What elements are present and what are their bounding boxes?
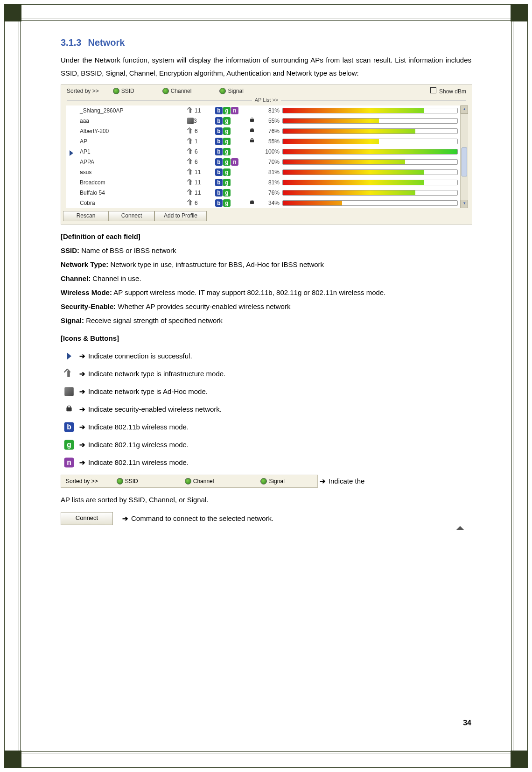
icon-desc-connect: Command to connect to the selected netwo…	[131, 513, 273, 524]
def-ssid-text: Name of BSS or IBSS network	[79, 246, 176, 254]
icon-desc-connection: Indicate connection is successful.	[88, 351, 192, 362]
ap-list: ▴ ▾ _Shiang_2860AP11bgn81%aaa3bg55%Alber…	[66, 105, 467, 208]
collapse-icon[interactable]	[456, 526, 464, 530]
connection-arrow-icon	[67, 352, 71, 360]
show-dbm-checkbox[interactable]: Show dBm	[430, 87, 466, 95]
arrow-icon: ➔	[122, 513, 128, 524]
def-wirelessmode-text: AP support wireless mode. IT may support…	[112, 288, 385, 296]
radio-icon	[162, 88, 169, 94]
icon-desc-g: Indicate 802.11g wireless mode.	[88, 439, 189, 450]
infrastructure-icon	[187, 200, 194, 206]
mode-b-icon: b	[215, 189, 223, 197]
scrollbar[interactable]: ▴ ▾	[460, 105, 468, 208]
sort-ssid-radio[interactable]: SSID	[113, 88, 134, 94]
lock-icon	[250, 138, 254, 144]
mode-b-icon: b	[215, 138, 223, 145]
icon-desc-security: Indicate security-enabled wireless netwo…	[88, 404, 222, 415]
infrastructure-icon	[187, 189, 194, 196]
mode-g-icon: g	[223, 127, 231, 135]
ap-row[interactable]: Cobra6bg34%	[66, 198, 467, 208]
radio-icon	[185, 478, 191, 484]
sort-channel-radio[interactable]: Channel	[162, 88, 192, 94]
mode-b-icon: b	[215, 158, 223, 166]
ap-row[interactable]: aaa3bg55%	[66, 116, 467, 126]
mode-n-icon: n	[231, 107, 238, 114]
def-signal-label: Signal:	[61, 316, 84, 324]
mode-b-icon: b	[64, 422, 74, 432]
def-security-label: Security-Enable:	[61, 302, 116, 310]
infrastructure-icon	[187, 107, 194, 114]
arrow-icon: ➔	[79, 351, 85, 362]
ap-list-panel: Sorted by >> SSID Channel Signal Show dB…	[61, 84, 472, 225]
mode-g-icon: g	[223, 138, 231, 145]
mode-b-icon: b	[215, 127, 223, 135]
def-wirelessmode-label: Wireless Mode:	[61, 288, 112, 296]
heading-title: Network	[88, 37, 125, 48]
connect-button-sample: Connect	[61, 512, 113, 525]
infrastructure-icon	[187, 148, 194, 155]
mode-g-icon: g	[223, 107, 231, 114]
lock-icon	[66, 406, 72, 414]
arrow-icon: ➔	[79, 368, 85, 379]
sort-strip: Sorted by >> SSID Channel Signal	[61, 475, 318, 488]
connect-button[interactable]: Connect	[109, 211, 154, 221]
infrastructure-icon	[187, 128, 194, 134]
adhoc-icon	[64, 387, 74, 396]
def-signal-text: Receive signal strength of specified net…	[84, 316, 223, 324]
ap-row[interactable]: asus11bg81%	[66, 167, 467, 177]
def-networktype-label: Network Type:	[61, 260, 108, 268]
add-to-profile-button[interactable]: Add to Profile	[154, 211, 207, 221]
icon-desc-b: Indicate 802.11b wireless mode.	[88, 421, 189, 433]
rescan-button[interactable]: Rescan	[63, 211, 109, 221]
icon-desc-n: Indicate 802.11n wireless mode.	[88, 457, 189, 468]
icon-desc-infra: Indicate network type is infrastructure …	[88, 368, 225, 379]
icon-desc-sort-post: AP lists are sorted by SSID, Channel, or…	[61, 494, 209, 505]
infrastructure-icon	[187, 169, 194, 175]
mode-b-icon: b	[215, 199, 223, 207]
scroll-down-icon[interactable]: ▾	[461, 200, 468, 208]
ap-row[interactable]: AlbertY-2006bg76%	[66, 126, 467, 136]
ap-row[interactable]: Broadcom11bg81%	[66, 177, 467, 188]
mode-b-icon: b	[215, 168, 223, 176]
mode-b-icon: b	[215, 148, 223, 155]
icon-desc-sort-pre: Indicate the	[329, 476, 365, 487]
defs-header: [Definition of each field]	[61, 232, 140, 240]
mode-g-icon: g	[64, 440, 74, 450]
lock-icon	[250, 128, 254, 133]
mode-b-icon: b	[215, 107, 223, 114]
scroll-up-icon[interactable]: ▴	[461, 105, 468, 114]
mode-g-icon: g	[223, 179, 231, 186]
lock-icon	[250, 118, 254, 123]
infrastructure-icon	[187, 179, 194, 186]
selected-arrow-icon	[70, 150, 73, 156]
mode-g-icon: g	[223, 199, 231, 207]
ap-row[interactable]: AP16bg100%	[66, 147, 467, 157]
ap-list-label: AP List >>	[61, 97, 472, 104]
mode-g-icon: g	[223, 117, 231, 125]
ap-row[interactable]: _Shiang_2860AP11bgn81%	[66, 105, 467, 116]
checkbox-icon	[430, 87, 436, 93]
ap-row[interactable]: APPA6bgn70%	[66, 157, 467, 167]
icon-desc-adhoc: Indicate network type is Ad-Hoc mode.	[88, 386, 208, 397]
radio-icon	[117, 478, 123, 484]
radio-icon	[113, 88, 119, 94]
infrastructure-icon	[187, 138, 194, 145]
mode-g-icon: g	[223, 189, 231, 197]
mode-n-icon: n	[231, 158, 238, 166]
arrow-icon: ➔	[79, 457, 85, 468]
icons-header: [Icons & Buttons]	[61, 333, 119, 344]
mode-b-icon: b	[215, 179, 223, 186]
mode-g-icon: g	[223, 168, 231, 176]
scroll-thumb[interactable]	[462, 147, 467, 176]
sorted-by-label: Sorted by >>	[67, 88, 99, 94]
ap-row[interactable]: Buffalo 5411bg76%	[66, 188, 467, 198]
def-channel-label: Channel:	[61, 274, 91, 282]
section-heading: 3.1.3Network	[61, 37, 471, 48]
sort-signal-radio[interactable]: Signal	[219, 88, 243, 94]
arrow-icon: ➔	[79, 439, 85, 450]
def-security-text: Whether AP provides security-enabled wir…	[116, 302, 290, 310]
radio-icon	[260, 478, 267, 484]
heading-number: 3.1.3	[61, 37, 81, 48]
ap-row[interactable]: AP1bg55%	[66, 136, 467, 147]
def-ssid-label: SSID:	[61, 246, 79, 254]
